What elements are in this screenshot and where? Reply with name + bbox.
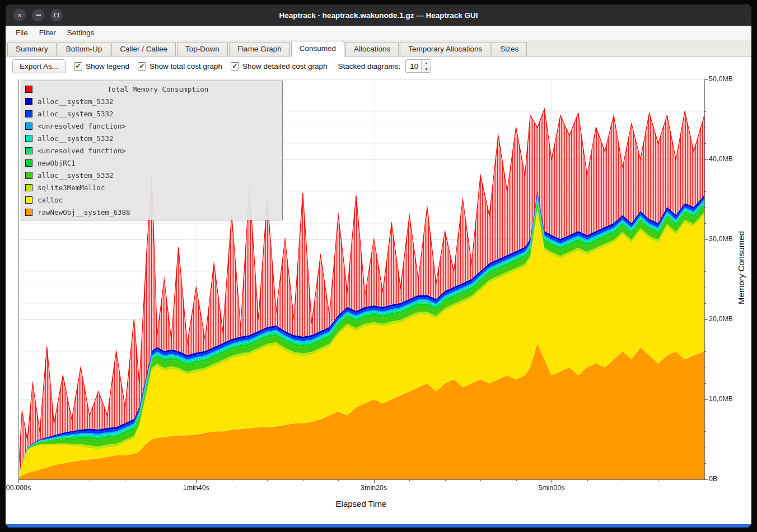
y-axis-tick-label: 30,0MB [709,235,733,243]
legend-item: alloc__system_5332 [21,95,282,107]
legend-swatch [25,184,32,191]
checkbox-show-total-cost-graph[interactable]: ✓Show total cost graph [138,62,222,70]
legend-item: calloc [21,194,282,206]
tab-allocations[interactable]: Allocations [345,42,399,56]
legend-title-row: Total Memory Consumption [21,83,282,95]
legend-item-label: alloc__system_5332 [38,97,113,106]
legend-item-label: newObjRC1 [38,159,76,167]
legend-item: <unresolved function> [21,144,282,157]
checkbox-label: Show detailed cost graph [242,62,328,70]
stacked-diagrams-label: Stacked diagrams: [338,62,401,70]
menubar: FileFilterSettings [6,26,751,40]
legend-swatch [25,86,32,93]
minimize-icon [36,15,41,16]
chart-legend: Total Memory Consumptionalloc__system_53… [21,81,283,220]
legend-item-label: rawNewObj__system_6388 [38,208,130,216]
x-axis-tick-label: 00.000s [6,484,31,492]
legend-swatch [25,135,32,142]
spin-down-icon[interactable]: ▼ [422,66,431,72]
legend-item-label: <unresolved function> [38,147,126,155]
checkbox-label: Show legend [86,62,129,70]
legend-item: newObjRC1 [21,157,282,169]
legend-swatch [25,159,32,167]
tab-consumed[interactable]: Consumed [291,41,344,57]
tab-flame-graph[interactable]: Flame Graph [229,42,290,56]
legend-swatch [25,98,32,105]
y-axis-title: Memory Consumed [736,231,746,304]
legend-swatch [25,172,32,179]
legend-title: Total Memory Consumption [38,85,278,93]
close-icon: × [17,12,22,19]
checkmark-icon: ✓ [74,62,82,70]
x-axis-tick-label: 1min40s [183,484,209,492]
tab-bar: SummaryBottom-UpCaller / CalleeTop-DownF… [6,40,751,57]
window-controls: × [13,4,63,26]
window-title: Heaptrack - heaptrack.wakunode.1.gz — He… [6,11,751,20]
legend-item: alloc__system_5332 [21,107,282,120]
maximize-icon [54,13,59,17]
legend-item: rawNewObj__system_6388 [21,206,282,218]
legend-item: alloc__system_5332 [21,132,282,144]
app-window: × Heaptrack - heaptrack.wakunode.1.gz — … [6,4,751,528]
tab-bottom-up[interactable]: Bottom-Up [58,42,111,56]
tab-caller-callee[interactable]: Caller / Callee [111,42,176,56]
bottom-accent-bar [6,524,751,528]
legend-item: alloc__system_5332 [21,169,282,181]
legend-item-label: <unresolved function> [38,122,126,130]
checkmark-icon: ✓ [231,62,239,70]
spin-up-icon[interactable]: ▲ [422,60,431,66]
tab-summary[interactable]: Summary [7,42,57,56]
menu-settings[interactable]: Settings [62,27,100,39]
x-axis-tick-label: 5min00s [538,484,564,492]
legend-item-label: alloc__system_5332 [38,134,113,143]
legend-swatch [25,110,32,117]
tab-sizes[interactable]: Sizes [492,42,527,56]
checkbox-group: ✓Show legend✓Show total cost graph✓Show … [74,62,328,70]
toolbar: Export As... ✓Show legend✓Show total cos… [6,57,751,76]
y-axis-tick-label: 50,0MB [709,75,733,83]
tab-top-down[interactable]: Top-Down [177,42,228,56]
legend-item-label: calloc [38,196,63,204]
titlebar: × Heaptrack - heaptrack.wakunode.1.gz — … [6,4,751,26]
legend-swatch [25,147,32,154]
checkbox-show-legend[interactable]: ✓Show legend [74,62,129,70]
checkmark-icon: ✓ [138,62,146,70]
chart-area: Total Memory Consumptionalloc__system_53… [6,76,751,525]
close-button[interactable]: × [13,9,26,21]
y-axis-tick-label: 20,0MB [709,315,733,323]
stacked-diagrams-spinbox[interactable]: 10 ▲ ▼ [405,59,431,73]
y-axis-tick-label: 40,0MB [709,155,733,163]
legend-swatch [25,209,32,216]
spinbox-value: 10 [406,60,421,72]
legend-item-label: alloc__system_5332 [38,171,113,180]
legend-swatch [25,196,32,204]
spinbox-buttons: ▲ ▼ [421,60,431,72]
menu-file[interactable]: File [10,27,34,39]
minimize-button[interactable] [32,9,44,21]
legend-item-label: alloc__system_5332 [38,110,113,118]
legend-item: <unresolved function> [21,120,282,132]
legend-item-label: sqlite3MemMalloc [38,183,105,192]
y-axis-tick-label: 10,0MB [709,395,733,403]
tab-temporary-allocations[interactable]: Temporary Allocations [400,42,490,56]
legend-swatch [25,123,32,130]
menu-filter[interactable]: Filter [34,27,62,39]
export-as-button[interactable]: Export As... [12,59,66,73]
x-axis-title: Elapsed Time [336,499,387,509]
x-axis-tick-label: 3min20s [361,484,387,492]
checkbox-show-detailed-cost-graph[interactable]: ✓Show detailed cost graph [231,62,328,70]
y-axis-tick-label: 0B [709,475,717,483]
checkbox-label: Show total cost graph [149,62,222,70]
legend-item: sqlite3MemMalloc [21,181,282,194]
maximize-button[interactable] [50,9,63,21]
